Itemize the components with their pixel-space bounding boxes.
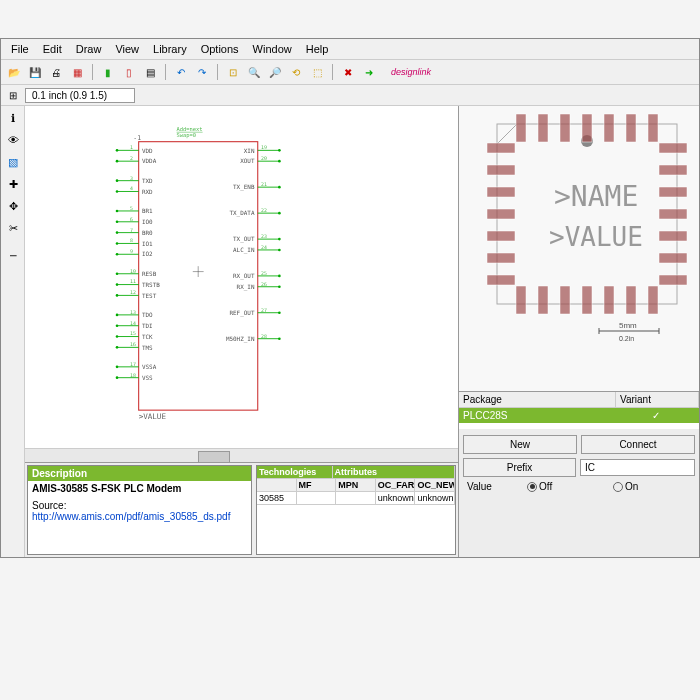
svg-point-111: [278, 337, 281, 340]
layer-icon[interactable]: ▧: [3, 152, 23, 172]
svg-text:TCK: TCK: [142, 333, 153, 340]
svg-text:TRSTB: TRSTB: [142, 281, 160, 288]
svg-text:19: 19: [261, 144, 267, 150]
stop-icon[interactable]: ✖: [339, 63, 357, 81]
svg-text:RXD: RXD: [142, 188, 153, 195]
menu-view[interactable]: View: [109, 41, 145, 57]
zoom-out-icon[interactable]: 🔎: [266, 63, 284, 81]
zoom-in-icon[interactable]: 🔍: [245, 63, 263, 81]
svg-point-39: [116, 272, 119, 275]
svg-rect-153: [487, 231, 515, 241]
sheet-icon[interactable]: ▤: [141, 63, 159, 81]
svg-text:BR1: BR1: [142, 207, 153, 214]
svg-text:26: 26: [261, 281, 267, 287]
open-icon[interactable]: 📂: [5, 63, 23, 81]
svg-text:2: 2: [130, 155, 133, 161]
zoom-select-icon[interactable]: ⬚: [308, 63, 326, 81]
svg-text:ALC_IN: ALC_IN: [233, 246, 255, 254]
svg-point-47: [116, 294, 119, 297]
wire-icon[interactable]: ⎯: [3, 240, 23, 260]
tech-header-2: Attributes: [333, 466, 456, 478]
add-next-label: Add=next: [177, 126, 203, 132]
zoom-fit-icon[interactable]: ⊡: [224, 63, 242, 81]
menu-window[interactable]: Window: [247, 41, 298, 57]
menu-options[interactable]: Options: [195, 41, 245, 57]
svg-text:7: 7: [130, 227, 133, 233]
svg-point-107: [278, 311, 281, 314]
svg-rect-125: [538, 114, 548, 142]
cut-icon[interactable]: ✂: [3, 218, 23, 238]
schematic-hscroll[interactable]: [25, 448, 458, 462]
part-name: -1: [133, 134, 141, 142]
print-icon[interactable]: 🖨: [47, 63, 65, 81]
pkg-row-selected[interactable]: PLCC28S ✓: [459, 408, 699, 423]
schematic-canvas[interactable]: Add=next Swap=0 -1 >VALUE VDD1VDDA2TXD3R…: [25, 106, 458, 448]
menu-library[interactable]: Library: [147, 41, 193, 57]
svg-point-3: [116, 149, 119, 152]
svg-text:IO1: IO1: [142, 240, 153, 247]
zoom-redraw-icon[interactable]: ⟲: [287, 63, 305, 81]
pkg-col-variant: Variant: [616, 392, 699, 407]
grid-icon[interactable]: ⊞: [5, 87, 21, 103]
svg-text:25: 25: [261, 270, 267, 276]
svg-text:TDI: TDI: [142, 322, 153, 329]
svg-point-43: [116, 283, 119, 286]
svg-text:13: 13: [130, 309, 136, 315]
menu-file[interactable]: File: [5, 41, 35, 57]
eye-icon[interactable]: 👁: [3, 130, 23, 150]
svg-text:1: 1: [130, 144, 133, 150]
svg-line-115: [497, 124, 517, 144]
go-icon[interactable]: ➜: [360, 63, 378, 81]
svg-text:M50HZ_IN: M50HZ_IN: [226, 335, 255, 343]
svg-text:TX_DATA: TX_DATA: [229, 209, 254, 217]
svg-text:18: 18: [130, 372, 136, 378]
coord-readout: 0.1 inch (0.9 1.5): [25, 88, 135, 103]
svg-rect-157: [626, 114, 636, 142]
source-label: Source:: [32, 500, 247, 511]
svg-point-83: [278, 186, 281, 189]
save-icon[interactable]: 💾: [26, 63, 44, 81]
source-link[interactable]: http://www.amis.com/pdf/amis_30585_ds.pd…: [32, 511, 247, 522]
cam-icon[interactable]: ▦: [68, 63, 86, 81]
designlink-label[interactable]: designlink: [391, 67, 431, 77]
svg-text:XIN: XIN: [244, 147, 255, 154]
svg-point-11: [116, 179, 119, 182]
info-icon[interactable]: ℹ: [3, 108, 23, 128]
menu-draw[interactable]: Draw: [70, 41, 108, 57]
svg-text:8: 8: [130, 237, 133, 243]
prefix-input[interactable]: IC: [580, 459, 695, 476]
value-off-radio[interactable]: Off: [527, 481, 609, 492]
svg-text:17: 17: [130, 361, 136, 367]
svg-text:XOUT: XOUT: [240, 157, 255, 164]
board-icon[interactable]: ▮: [99, 63, 117, 81]
svg-rect-121: [487, 143, 515, 153]
scale-in: 0.2in: [619, 335, 634, 342]
svg-rect-171: [659, 275, 687, 285]
schematic-icon[interactable]: ▯: [120, 63, 138, 81]
svg-text:TXD: TXD: [142, 177, 153, 184]
move-icon[interactable]: ✥: [3, 196, 23, 216]
footprint-canvas[interactable]: >NAME >VALUE 5mm 0.2in: [459, 106, 699, 391]
svg-text:VDD: VDD: [142, 147, 153, 154]
svg-point-71: [116, 376, 119, 379]
svg-rect-135: [560, 286, 570, 314]
svg-rect-165: [648, 114, 658, 142]
svg-text:VDDA: VDDA: [142, 157, 157, 164]
svg-text:20: 20: [261, 155, 267, 161]
value-on-radio[interactable]: On: [613, 481, 695, 492]
menu-help[interactable]: Help: [300, 41, 335, 57]
connect-button[interactable]: Connect: [581, 435, 695, 454]
svg-rect-117: [516, 114, 526, 142]
svg-text:14: 14: [130, 320, 136, 326]
svg-rect-161: [487, 253, 515, 263]
svg-text:23: 23: [261, 233, 267, 239]
marker-icon[interactable]: ✚: [3, 174, 23, 194]
menu-edit[interactable]: Edit: [37, 41, 68, 57]
redo-icon[interactable]: ↷: [193, 63, 211, 81]
new-button[interactable]: New: [463, 435, 577, 454]
svg-text:5: 5: [130, 205, 133, 211]
undo-icon[interactable]: ↶: [172, 63, 190, 81]
svg-rect-139: [659, 187, 687, 197]
package-list[interactable]: Package Variant PLCC28S ✓: [459, 391, 699, 429]
prefix-button[interactable]: Prefix: [463, 458, 576, 477]
